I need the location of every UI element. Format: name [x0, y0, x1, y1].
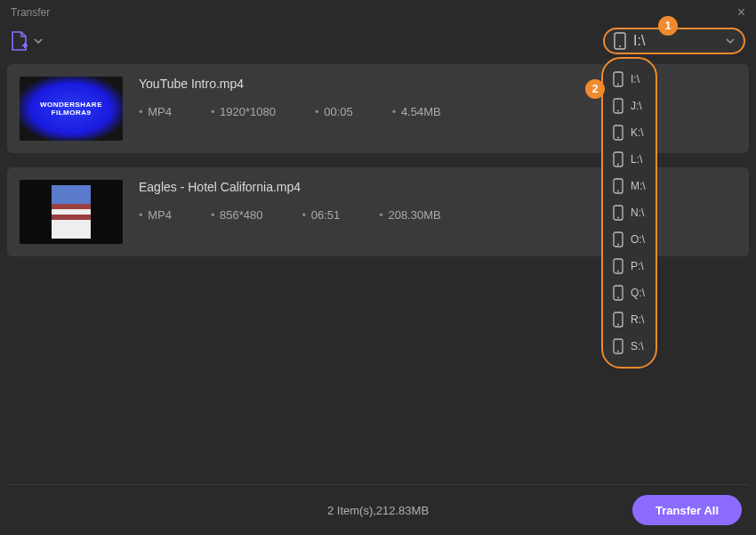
svg-point-21: [617, 297, 619, 299]
svg-point-17: [617, 244, 619, 246]
file-duration: 06:51: [302, 208, 341, 222]
svg-point-11: [617, 164, 619, 166]
file-format: MP4: [139, 105, 172, 118]
dropdown-item-label: N:\: [631, 207, 644, 219]
dropdown-item[interactable]: N:\: [603, 199, 655, 226]
svg-point-13: [617, 190, 619, 192]
file-resolution: 856*480: [211, 208, 263, 222]
chevron-down-icon: [726, 38, 735, 44]
dropdown-item-label: M:\: [631, 180, 646, 192]
dropdown-item-label: O:\: [631, 233, 645, 246]
drive-selected-label: I:\: [633, 33, 645, 49]
transfer-all-button[interactable]: Transfer All: [632, 495, 742, 525]
drive-dropdown[interactable]: I:\J:\K:\L:\M:\N:\O:\P:\Q:\R:\S:\: [601, 57, 657, 369]
dropdown-item[interactable]: J:\: [603, 93, 655, 119]
dropdown-item-label: J:\: [631, 100, 642, 112]
footer: 2 Item(s),212.83MB Transfer All: [0, 485, 756, 535]
thumbnail: [20, 180, 123, 244]
file-size: 208.30MB: [379, 208, 440, 222]
thumbnail-image: [52, 185, 91, 239]
device-icon: [613, 125, 623, 141]
device-icon: [613, 312, 623, 328]
titlebar: Transfer ×: [0, 0, 756, 25]
svg-point-3: [619, 45, 621, 47]
file-resolution: 1920*1080: [211, 105, 276, 118]
svg-point-9: [617, 137, 619, 139]
close-icon[interactable]: ×: [737, 4, 745, 20]
add-file-icon: [11, 31, 28, 51]
device-icon: [613, 178, 623, 194]
device-icon: [613, 98, 623, 114]
dropdown-item[interactable]: I:\: [603, 66, 655, 93]
toolbar: I:\: [0, 25, 756, 57]
dropdown-item[interactable]: L:\: [603, 146, 655, 173]
thumbnail-text: WONDERSHARE FILMORA9: [20, 101, 123, 117]
add-file-button[interactable]: [11, 31, 43, 51]
dropdown-item[interactable]: O:\: [603, 226, 655, 253]
dropdown-item-label: R:\: [631, 313, 644, 326]
dropdown-item[interactable]: M:\: [603, 173, 655, 199]
window-title: Transfer: [11, 6, 50, 19]
svg-point-5: [617, 84, 619, 85]
dropdown-item-label: K:\: [631, 126, 644, 139]
device-icon: [613, 285, 623, 301]
dropdown-item[interactable]: S:\: [603, 333, 655, 360]
file-format: MP4: [139, 208, 172, 222]
dropdown-item[interactable]: R:\: [603, 306, 655, 333]
device-icon: [614, 32, 626, 50]
dropdown-item[interactable]: Q:\: [603, 280, 655, 306]
device-icon: [613, 231, 623, 247]
dropdown-item-label: S:\: [631, 340, 644, 353]
svg-point-7: [617, 110, 619, 112]
footer-summary: 2 Item(s),212.83MB: [327, 504, 429, 517]
device-icon: [613, 205, 623, 221]
svg-point-23: [617, 324, 619, 326]
file-size: 4.54MB: [392, 105, 441, 118]
dropdown-item-label: P:\: [631, 260, 644, 272]
thumbnail: WONDERSHARE FILMORA9: [20, 77, 123, 141]
annotation-badge-2: 2: [585, 79, 605, 99]
device-icon: [613, 151, 623, 167]
svg-point-15: [617, 217, 619, 219]
device-icon: [613, 258, 623, 274]
svg-point-25: [617, 351, 619, 353]
dropdown-item[interactable]: P:\: [603, 253, 655, 280]
annotation-badge-1: 1: [658, 16, 678, 36]
svg-point-19: [617, 271, 619, 272]
dropdown-item[interactable]: K:\: [603, 119, 655, 146]
chevron-down-icon: [34, 38, 43, 44]
dropdown-item-label: I:\: [631, 73, 639, 85]
dropdown-item-label: Q:\: [631, 287, 645, 299]
device-icon: [613, 338, 623, 354]
device-icon: [613, 71, 623, 87]
file-duration: 00:05: [315, 105, 353, 118]
dropdown-item-label: L:\: [631, 153, 642, 166]
